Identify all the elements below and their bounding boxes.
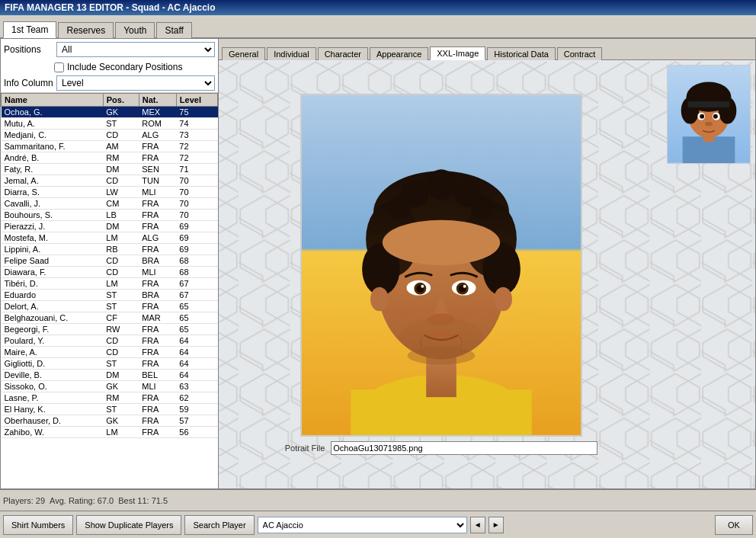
cell-pos: DM xyxy=(103,370,139,381)
table-row[interactable]: Cavalli, J.CMFRA70 xyxy=(2,198,218,210)
positions-select[interactable]: All GK DEF MID FWD xyxy=(56,42,215,57)
cell-nat: FRA xyxy=(139,210,176,221)
portrait-row: Potrait File xyxy=(285,441,598,455)
col-header-name: Name xyxy=(2,94,104,107)
table-row[interactable]: Tibéri, D.LMFRA67 xyxy=(2,278,218,290)
cell-name: Bouhours, S. xyxy=(2,210,104,221)
cell-pos: GK xyxy=(103,415,139,427)
cell-pos: CD xyxy=(103,347,139,358)
cell-name: Tibéri, D. xyxy=(2,278,104,290)
cell-pos: CD xyxy=(103,267,139,278)
table-row[interactable]: Oberhauser, D.GKFRA57 xyxy=(2,415,218,427)
shirt-numbers-button[interactable]: Shirt Numbers xyxy=(3,515,73,535)
table-row[interactable]: Mutu, A.STROM74 xyxy=(2,118,218,130)
cell-name: Medjani, C. xyxy=(2,130,104,141)
table-row[interactable]: Lippini, A.RBFRA69 xyxy=(2,244,218,255)
table-row[interactable]: Begeorgi, F.RWFRA65 xyxy=(2,324,218,335)
cell-name: Mostefa, M. xyxy=(2,232,104,244)
table-row[interactable]: Delort, A.STFRA65 xyxy=(2,301,218,312)
cell-level: 69 xyxy=(176,232,217,244)
table-row[interactable]: Zahibo, W.LMFRA56 xyxy=(2,427,218,438)
cell-level: 75 xyxy=(176,107,217,118)
nav-next-button[interactable]: ► xyxy=(489,517,504,533)
tab-contract[interactable]: Contract xyxy=(557,47,603,60)
search-player-button[interactable]: Search Player xyxy=(184,515,254,535)
cell-pos: CD xyxy=(103,175,139,187)
cell-name: Pierazzi, J. xyxy=(2,221,104,232)
cell-pos: CM xyxy=(103,198,139,210)
table-row[interactable]: Diarra, S.LWMLI70 xyxy=(2,187,218,198)
cell-nat: ALG xyxy=(139,232,176,244)
cell-level: 68 xyxy=(176,255,217,267)
cell-name: Zahibo, W. xyxy=(2,427,104,438)
table-row[interactable]: EduardoSTBRA67 xyxy=(2,290,218,301)
ok-button[interactable]: OK xyxy=(715,515,753,535)
table-row[interactable]: Faty, R.DMSEN71 xyxy=(2,164,218,175)
tab-historical-data[interactable]: Historical Data xyxy=(487,47,556,60)
cell-name: Diawara, F. xyxy=(2,267,104,278)
svg-point-41 xyxy=(719,97,737,123)
tab-staff[interactable]: Staff xyxy=(156,22,191,38)
cell-level: 72 xyxy=(176,141,217,152)
table-row[interactable]: Felipe SaadCDBRA68 xyxy=(2,255,218,267)
table-row[interactable]: Deville, B.DMBEL64 xyxy=(2,370,218,381)
table-row[interactable]: Belghazouani, C.CFMAR65 xyxy=(2,312,218,324)
right-tab-bar: General Individual Character Appearance … xyxy=(219,39,755,60)
cell-level: 57 xyxy=(176,415,217,427)
table-row[interactable]: Sissoko, O.GKMLI63 xyxy=(2,381,218,392)
table-row[interactable]: Maire, A.CDFRA64 xyxy=(2,347,218,358)
info-column-select[interactable]: Level Age Value Wage xyxy=(56,75,215,91)
svg-point-25 xyxy=(421,285,424,288)
cell-nat: ALG xyxy=(139,130,176,141)
cell-nat: BRA xyxy=(139,290,176,301)
cell-pos: ST xyxy=(103,358,139,370)
cell-name: Jemal, A. xyxy=(2,175,104,187)
table-row[interactable]: Poulard, Y.CDFRA64 xyxy=(2,335,218,347)
cell-pos: ST xyxy=(103,404,139,415)
table-row[interactable]: Medjani, C.CDALG73 xyxy=(2,130,218,141)
xxl-image-content: Potrait File xyxy=(219,60,755,488)
table-row[interactable]: André, B.RMFRA72 xyxy=(2,152,218,164)
col-header-nat: Nat. xyxy=(139,94,176,107)
tab-appearance[interactable]: Appearance xyxy=(370,47,428,60)
cell-level: 65 xyxy=(176,301,217,312)
cell-level: 70 xyxy=(176,198,217,210)
table-row[interactable]: Gigliotti, D.STFRA64 xyxy=(2,358,218,370)
tab-1st-team[interactable]: 1st Team xyxy=(3,21,56,38)
table-row[interactable]: Lasne, P.RMFRA62 xyxy=(2,392,218,404)
svg-point-19 xyxy=(388,195,412,219)
table-row[interactable]: Diawara, F.CDMLI68 xyxy=(2,267,218,278)
table-row[interactable]: El Hany, K.STFRA59 xyxy=(2,404,218,415)
tab-youth[interactable]: Youth xyxy=(115,22,155,38)
svg-point-32 xyxy=(370,287,389,312)
table-row[interactable]: Bouhours, S.LBFRA70 xyxy=(2,210,218,221)
table-row[interactable]: Pierazzi, J.DMFRA69 xyxy=(2,221,218,232)
cell-name: Delort, A. xyxy=(2,301,104,312)
cell-pos: GK xyxy=(103,381,139,392)
table-row[interactable]: Ochoa, G.GKMEX75 xyxy=(2,107,218,118)
cell-pos: LM xyxy=(103,232,139,244)
table-row[interactable]: Jemal, A.CDTUN70 xyxy=(2,175,218,187)
tab-general[interactable]: General xyxy=(222,47,265,60)
table-row[interactable]: Sammaritano, F.AMFRA72 xyxy=(2,141,218,152)
tab-individual[interactable]: Individual xyxy=(267,47,316,60)
window-title: FIFA MANAGER 13 EDITOR - Squad - AC Ajac… xyxy=(5,2,215,13)
table-row[interactable]: Mostefa, M.LMALG69 xyxy=(2,232,218,244)
svg-point-34 xyxy=(407,347,475,365)
cell-level: 62 xyxy=(176,392,217,404)
cell-level: 65 xyxy=(176,324,217,335)
cell-name: Sammaritano, F. xyxy=(2,141,104,152)
club-select[interactable]: AC Ajaccio xyxy=(258,517,467,533)
cell-pos: LM xyxy=(103,427,139,438)
portrait-file-input[interactable] xyxy=(331,441,597,455)
nav-prev-button[interactable]: ◄ xyxy=(470,517,485,533)
tab-reserves[interactable]: Reserves xyxy=(58,22,114,38)
tab-character[interactable]: Character xyxy=(318,47,368,60)
show-duplicate-button[interactable]: Show Duplicate Players xyxy=(76,515,181,535)
tab-xxl-image[interactable]: XXL-Image xyxy=(430,46,485,60)
cell-nat: FRA xyxy=(139,198,176,210)
cell-name: Sissoko, O. xyxy=(2,381,104,392)
cell-level: 56 xyxy=(176,427,217,438)
cell-name: El Hany, K. xyxy=(2,404,104,415)
include-secondary-checkbox[interactable] xyxy=(54,62,64,72)
